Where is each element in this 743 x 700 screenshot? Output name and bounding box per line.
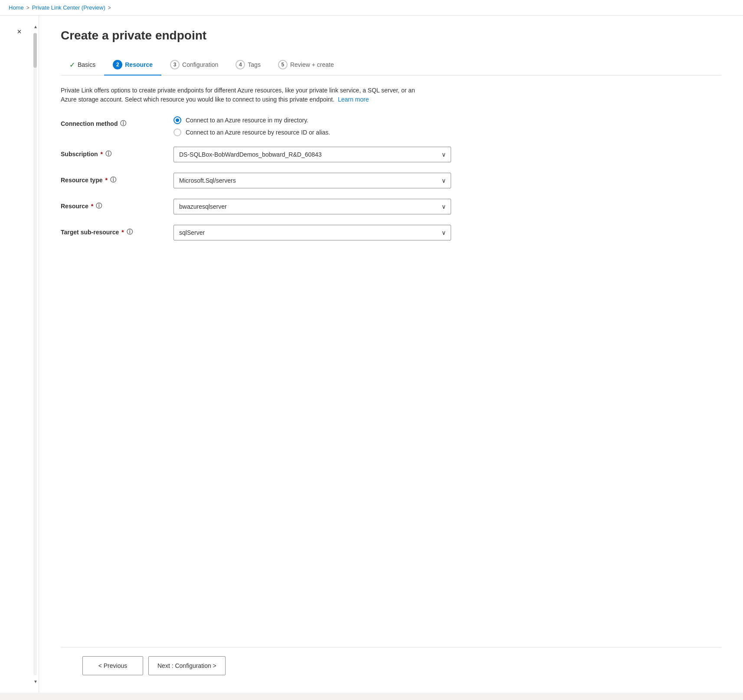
- subscription-info-icon[interactable]: ⓘ: [105, 150, 111, 158]
- radio-resource-id[interactable]: Connect to an Azure resource by resource…: [173, 128, 451, 136]
- resource-row: Resource * ⓘ bwazuresqlserver: [61, 199, 451, 214]
- previous-button[interactable]: < Previous: [82, 656, 143, 675]
- target-sub-resource-row: Target sub-resource * ⓘ sqlServer: [61, 225, 451, 240]
- resource-select-wrapper: bwazuresqlserver: [173, 199, 451, 214]
- content-spacer: [61, 240, 721, 647]
- left-panel: × ▲ ▼: [0, 16, 39, 693]
- target-sub-resource-label: Target sub-resource * ⓘ: [61, 225, 165, 236]
- connection-method-row: Connection method ⓘ Connect to an Azure …: [61, 116, 451, 136]
- breadcrumb-section[interactable]: Private Link Center (Preview): [32, 4, 105, 11]
- radio-directory-inner: [176, 118, 179, 122]
- description-text: Private Link offers options to create pr…: [61, 86, 429, 104]
- target-sub-resource-control: sqlServer: [173, 225, 451, 240]
- connection-method-radio-group: Connect to an Azure resource in my direc…: [173, 116, 451, 136]
- resource-type-select-wrapper: Microsoft.Sql/servers: [173, 173, 451, 188]
- target-sub-resource-info-icon[interactable]: ⓘ: [127, 228, 133, 236]
- resource-label: Resource * ⓘ: [61, 199, 165, 210]
- resource-control: bwazuresqlserver: [173, 199, 451, 214]
- breadcrumb: Home > Private Link Center (Preview) >: [0, 0, 743, 16]
- breadcrumb-chevron-2: >: [108, 5, 111, 11]
- scrollbar-track[interactable]: [33, 33, 37, 675]
- subscription-label: Subscription * ⓘ: [61, 147, 165, 158]
- content-panel: Create a private endpoint ✓ Basics 2 Res…: [39, 16, 743, 693]
- tab-resource[interactable]: 2 Resource: [104, 56, 161, 76]
- resource-required-star: *: [91, 203, 93, 210]
- subscription-select[interactable]: DS-SQLBox-BobWardDemos_bobward_R&D_60843: [173, 147, 451, 162]
- tabs-row: ✓ Basics 2 Resource 3 Configuration: [61, 56, 721, 76]
- page-title: Create a private endpoint: [61, 29, 721, 43]
- tab-basics[interactable]: ✓ Basics: [61, 56, 104, 75]
- target-sub-resource-required-star: *: [121, 229, 124, 236]
- learn-more-link[interactable]: Learn more: [338, 96, 369, 103]
- connection-method-info-icon[interactable]: ⓘ: [120, 120, 126, 128]
- target-sub-resource-select[interactable]: sqlServer: [173, 225, 451, 240]
- subscription-required-star: *: [101, 151, 103, 158]
- subscription-control: DS-SQLBox-BobWardDemos_bobward_R&D_60843: [173, 147, 451, 162]
- basics-check-icon: ✓: [69, 61, 75, 69]
- radio-directory-outer[interactable]: [173, 116, 181, 124]
- resource-type-label: Resource type * ⓘ: [61, 173, 165, 184]
- tab-resource-label: Resource: [125, 61, 153, 68]
- tab-tags[interactable]: 4 Tags: [227, 56, 269, 76]
- tags-tab-circle: 4: [236, 60, 245, 69]
- resource-type-select[interactable]: Microsoft.Sql/servers: [173, 173, 451, 188]
- tab-tags-label: Tags: [248, 61, 261, 68]
- target-sub-resource-select-wrapper: sqlServer: [173, 225, 451, 240]
- resource-type-row: Resource type * ⓘ Microsoft.Sql/servers: [61, 173, 451, 188]
- review-tab-circle: 5: [278, 60, 288, 69]
- scroll-down-arrow[interactable]: ▼: [33, 679, 38, 684]
- resource-info-icon[interactable]: ⓘ: [96, 202, 102, 210]
- scroll-up-arrow[interactable]: ▲: [33, 24, 38, 29]
- resource-select[interactable]: bwazuresqlserver: [173, 199, 451, 214]
- subscription-select-wrapper: DS-SQLBox-BobWardDemos_bobward_R&D_60843: [173, 147, 451, 162]
- resource-type-info-icon[interactable]: ⓘ: [110, 176, 116, 184]
- tab-configuration[interactable]: 3 Configuration: [161, 56, 227, 76]
- tab-configuration-label: Configuration: [182, 61, 218, 68]
- form-section: Connection method ⓘ Connect to an Azure …: [61, 116, 451, 240]
- tab-review-label: Review + create: [290, 61, 334, 68]
- tab-review[interactable]: 5 Review + create: [269, 56, 343, 76]
- resource-tab-circle: 2: [113, 60, 122, 69]
- scrollbar-thumb[interactable]: [33, 33, 37, 68]
- configuration-tab-circle: 3: [170, 60, 180, 69]
- radio-directory[interactable]: Connect to an Azure resource in my direc…: [173, 116, 451, 124]
- radio-resource-id-outer[interactable]: [173, 128, 181, 136]
- footer-bar: < Previous Next : Configuration >: [61, 647, 721, 684]
- connection-method-control: Connect to an Azure resource in my direc…: [173, 116, 451, 136]
- next-button[interactable]: Next : Configuration >: [148, 656, 226, 675]
- breadcrumb-home[interactable]: Home: [9, 4, 24, 11]
- resource-type-control: Microsoft.Sql/servers: [173, 173, 451, 188]
- resource-type-required-star: *: [105, 177, 107, 184]
- subscription-row: Subscription * ⓘ DS-SQLBox-BobWardDemos_…: [61, 147, 451, 162]
- tab-basics-label: Basics: [78, 61, 95, 68]
- close-button[interactable]: ×: [13, 24, 25, 39]
- breadcrumb-chevron-1: >: [26, 5, 29, 11]
- connection-method-label: Connection method ⓘ: [61, 116, 165, 128]
